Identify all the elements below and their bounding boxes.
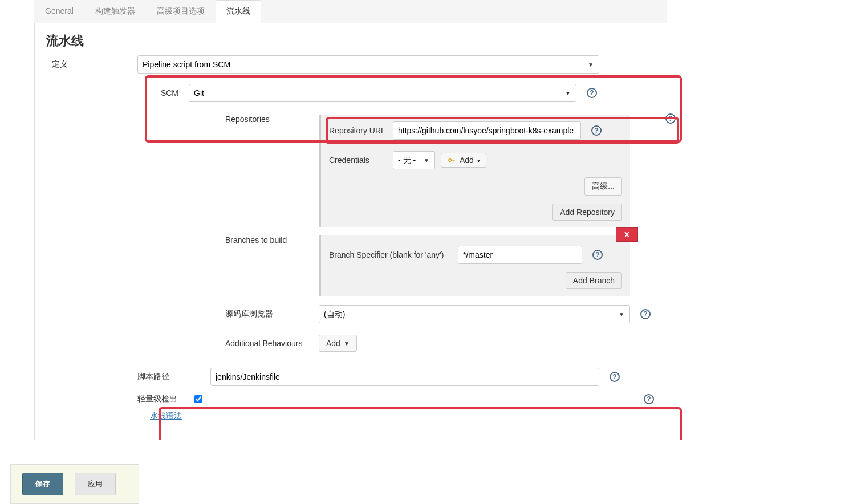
add-branch-button[interactable]: Add Branch (566, 272, 622, 289)
branch-specifier-label: Branch Specifier (blank for 'any') (329, 250, 458, 259)
credentials-select[interactable]: - 无 - (393, 151, 435, 169)
repo-url-input[interactable] (393, 121, 581, 140)
advanced-button[interactable]: 高级... (584, 177, 622, 196)
repo-url-label: Repository URL (329, 126, 393, 135)
help-icon[interactable]: ? (587, 88, 597, 98)
help-icon[interactable]: ? (665, 113, 676, 124)
tab-general[interactable]: General (34, 0, 84, 23)
branches-panel: X Branch Specifier (blank for 'any') ? A… (319, 235, 630, 296)
source-browser-select[interactable]: (自动) (319, 305, 630, 323)
help-icon[interactable]: ? (591, 125, 602, 136)
additional-behaviours-label: Additional Behaviours (225, 339, 319, 348)
add-repository-button[interactable]: Add Repository (552, 204, 622, 221)
section-title: 流水线 (46, 32, 657, 50)
svg-point-0 (449, 159, 452, 162)
source-browser-label: 源码库浏览器 (225, 309, 319, 319)
tab-advanced-options[interactable]: 高级项目选项 (146, 0, 216, 23)
pipeline-section: 流水线 定义 Pipeline script from SCM ▼ SCM Gi… (34, 23, 667, 440)
tab-pipeline[interactable]: 流水线 (216, 0, 261, 23)
lightweight-label: 轻量级检出 (137, 394, 194, 404)
script-path-label: 脚本路径 (137, 372, 210, 382)
definition-select[interactable]: Pipeline script from SCM (137, 55, 599, 74)
repositories-panel: Repository URL ? Credentials - 无 - ▼ (319, 115, 630, 227)
scm-select[interactable]: Git (189, 84, 576, 102)
help-icon[interactable]: ? (644, 394, 654, 404)
scm-label: SCM (137, 88, 189, 97)
key-icon (447, 156, 456, 164)
credentials-label: Credentials (329, 156, 393, 165)
repositories-label: Repositories (225, 115, 319, 124)
branch-specifier-input[interactable] (458, 246, 582, 264)
add-credentials-button[interactable]: Add ▾ (441, 153, 486, 168)
help-icon[interactable]: ? (592, 250, 603, 260)
branches-label: Branches to build (225, 235, 319, 245)
help-icon[interactable]: ? (610, 372, 620, 382)
chevron-down-icon: ▾ (477, 157, 480, 164)
script-path-input[interactable] (210, 368, 599, 386)
pipeline-syntax-link[interactable]: 水线语法 (150, 411, 182, 421)
config-tabs: General 构建触发器 高级项目选项 流水线 (34, 0, 667, 23)
chevron-down-icon: ▼ (344, 340, 350, 347)
help-icon[interactable]: ? (640, 309, 651, 319)
lightweight-checkbox[interactable] (194, 395, 202, 403)
delete-branch-button[interactable]: X (616, 227, 638, 242)
definition-label: 定义 (52, 59, 86, 70)
additional-behaviours-add-button[interactable]: Add ▼ (319, 335, 357, 352)
tab-build-triggers[interactable]: 构建触发器 (84, 0, 146, 23)
